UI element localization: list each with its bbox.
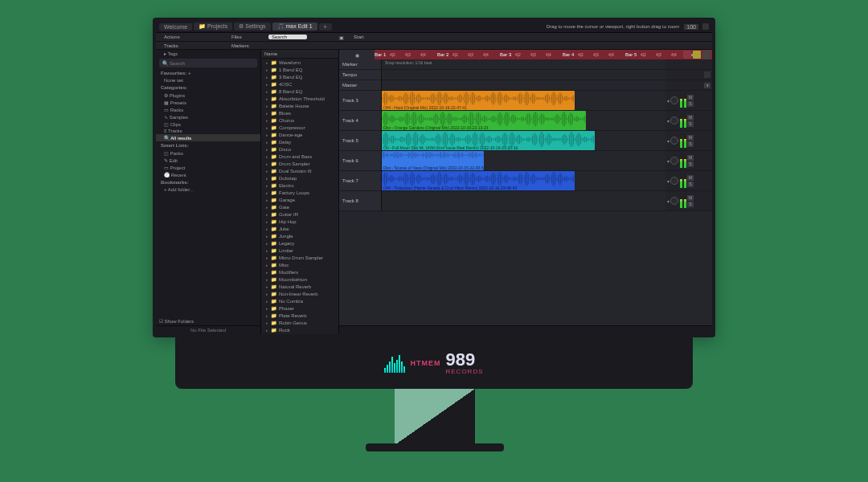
- browser-item[interactable]: 📁Balette House: [261, 102, 338, 109]
- mute-button[interactable]: M: [687, 95, 694, 100]
- tab-projects[interactable]: 📁 Projects: [194, 22, 232, 31]
- browser-item[interactable]: 📁1 Band EQ: [261, 66, 338, 73]
- track-expand[interactable]: ▾: [667, 158, 669, 164]
- track-label[interactable]: Track 8: [339, 191, 382, 210]
- window-button[interactable]: [702, 23, 709, 30]
- ruler-button-1[interactable]: [683, 51, 691, 59]
- browser-item[interactable]: 📁8 Band EQ: [261, 88, 338, 95]
- mute-button[interactable]: M: [687, 175, 694, 181]
- browser-item[interactable]: 📁Disco: [261, 145, 338, 153]
- track-expand[interactable]: ▾: [667, 118, 669, 124]
- browser-item[interactable]: 📁Natural Reverb: [261, 283, 338, 290]
- pan-knob[interactable]: [670, 137, 678, 145]
- ruler-button-3[interactable]: [702, 51, 710, 59]
- pan-knob[interactable]: [670, 96, 678, 104]
- mute-button[interactable]: M: [687, 135, 694, 141]
- track-lane[interactable]: OHI - Trubodour (Harrie Vanella & Cruz V…: [382, 171, 665, 190]
- cat-all-results[interactable]: 🔍 All results: [156, 134, 260, 141]
- browser-item[interactable]: 📁Phaser: [261, 304, 338, 312]
- cat-tracks[interactable]: ≡ Tracks: [156, 128, 260, 134]
- audio-clip[interactable]: Ori - Full Moon Ska Mi, UNM (Kizz Issue …: [382, 131, 595, 150]
- browser-item[interactable]: 📁Guitar IR: [261, 210, 338, 218]
- tab-settings[interactable]: ⚙ Settings: [234, 22, 270, 31]
- browser-item[interactable]: 📁Hip Hop: [261, 218, 338, 225]
- browser-item[interactable]: 📁Drum Sampler: [261, 160, 338, 167]
- browser-item[interactable]: 📁3 Band EQ: [261, 73, 338, 80]
- tab-edit-active[interactable]: 🎵 max Edit 1: [272, 22, 317, 31]
- zoom-value[interactable]: 100: [684, 24, 698, 30]
- cat-racks[interactable]: ▭ Racks: [156, 106, 260, 113]
- pan-knob[interactable]: [670, 157, 678, 165]
- track-label[interactable]: Track 4: [339, 111, 382, 130]
- audio-clip[interactable]: Dbn - Scores of Nasa (Original Mix) 2022…: [382, 151, 484, 170]
- pan-knob[interactable]: [670, 177, 678, 185]
- track-lane[interactable]: OHI - Hard (Original Mix) 2022-10-19-22-…: [382, 91, 665, 110]
- track-expand[interactable]: ▾: [667, 138, 669, 144]
- track-lane[interactable]: Dbn - Scores of Nasa (Original Mix) 2022…: [382, 151, 665, 170]
- browser-item[interactable]: 📁Blues: [261, 109, 338, 116]
- browser-item[interactable]: 📁Nu Cumbia: [261, 297, 338, 304]
- browser-item[interactable]: 📁Delay: [261, 138, 338, 145]
- track-expand[interactable]: ▾: [667, 178, 669, 184]
- master-expand[interactable]: ▾: [704, 83, 710, 88]
- browser-item[interactable]: 📁Drum and Bass: [261, 153, 338, 160]
- solo-button[interactable]: S: [687, 202, 694, 207]
- audio-clip[interactable]: Dbn - Orange Gardens (Original Mix) 2022…: [382, 111, 586, 130]
- smart-project[interactable]: ▭ Project: [156, 164, 260, 171]
- browser-item[interactable]: 📁Electro: [261, 182, 338, 189]
- browser-item[interactable]: 📁Robin Genus: [261, 319, 338, 326]
- browser-item[interactable]: 📁Absorbtion Threshold: [261, 95, 338, 102]
- track-lane[interactable]: Ori - Full Moon Ska Mi, UNM (Kizz Issue …: [382, 131, 665, 150]
- track-lane[interactable]: Dbn - Orange Gardens (Original Mix) 2022…: [382, 111, 665, 130]
- ruler-button-2[interactable]: [693, 51, 701, 59]
- browser-header[interactable]: Name: [261, 50, 338, 59]
- track-lane[interactable]: [382, 191, 665, 210]
- browser-item[interactable]: 📁Micro Drum Sampler: [261, 254, 338, 261]
- browser-item[interactable]: 📁Non-linear Reverb: [261, 290, 338, 297]
- audio-clip[interactable]: OHI - Hard (Original Mix) 2022-10-19-22-…: [382, 91, 575, 110]
- transport-controls[interactable]: ▣ Start: [331, 35, 380, 40]
- pan-knob[interactable]: [670, 197, 678, 205]
- browser-item[interactable]: 📁Dual Sustain III: [261, 167, 338, 174]
- browser-item[interactable]: 📁Moombahton: [261, 276, 338, 283]
- smart-recent[interactable]: 🕘 Recent: [156, 171, 260, 178]
- tab-welcome[interactable]: Welcome: [159, 23, 192, 31]
- empty-arrangement[interactable]: [339, 211, 712, 325]
- solo-button[interactable]: S: [687, 141, 694, 147]
- smart-packs[interactable]: ◫ Packs: [156, 149, 260, 157]
- mute-button[interactable]: M: [687, 195, 694, 201]
- browser-item[interactable]: 📁Gate: [261, 203, 338, 210]
- solo-button[interactable]: S: [687, 121, 694, 127]
- solo-button[interactable]: S: [687, 101, 694, 107]
- pan-knob[interactable]: [670, 116, 678, 125]
- browser-item[interactable]: 📁Waveform: [261, 59, 338, 66]
- solo-button[interactable]: S: [687, 161, 694, 167]
- browser-item[interactable]: 📁Rock: [261, 326, 338, 333]
- browser-item[interactable]: 📁Jungle: [261, 232, 338, 239]
- browser-item[interactable]: 📁Legacy: [261, 239, 338, 247]
- track-label[interactable]: Track 3: [339, 91, 382, 110]
- track-expand[interactable]: ▾: [667, 98, 669, 104]
- solo-button[interactable]: S: [687, 182, 694, 187]
- smart-edit[interactable]: ✎ Edit: [156, 157, 260, 164]
- ruler-ticks[interactable]: Bar 14|24|34|4Bar 24|24|34|4Bar 34|24|34…: [375, 50, 712, 59]
- cat-plugins[interactable]: ⚙ Plugins: [156, 92, 260, 99]
- browser-item[interactable]: 📁Plate Reverb: [261, 312, 338, 319]
- cat-samples[interactable]: ∿ Samples: [156, 113, 260, 120]
- sidebar-search[interactable]: 🔍Search: [159, 59, 257, 67]
- browser-item[interactable]: 📁Limiter: [261, 247, 338, 254]
- track-label[interactable]: Track 7: [339, 171, 382, 190]
- cat-clips[interactable]: ◫ Clips: [156, 120, 260, 128]
- browser-item[interactable]: 📁Modifiers: [261, 268, 338, 276]
- track-label[interactable]: Track 5: [339, 131, 382, 150]
- browser-item[interactable]: 📁Dance-age: [261, 131, 338, 138]
- browser-item[interactable]: 📁Chorus: [261, 116, 338, 124]
- browser-item[interactable]: 📁Dubstep: [261, 174, 338, 182]
- files-menu[interactable]: Files: [223, 35, 268, 39]
- browser-item[interactable]: 📁Compressor: [261, 124, 338, 131]
- actions-menu[interactable]: Actions: [156, 35, 223, 39]
- mute-button[interactable]: M: [687, 115, 694, 120]
- show-folders-toggle[interactable]: ☑ Show Folders: [156, 317, 260, 325]
- browser-item[interactable]: 📁4OSC: [261, 80, 338, 88]
- browser-item[interactable]: 📁Juke: [261, 225, 338, 232]
